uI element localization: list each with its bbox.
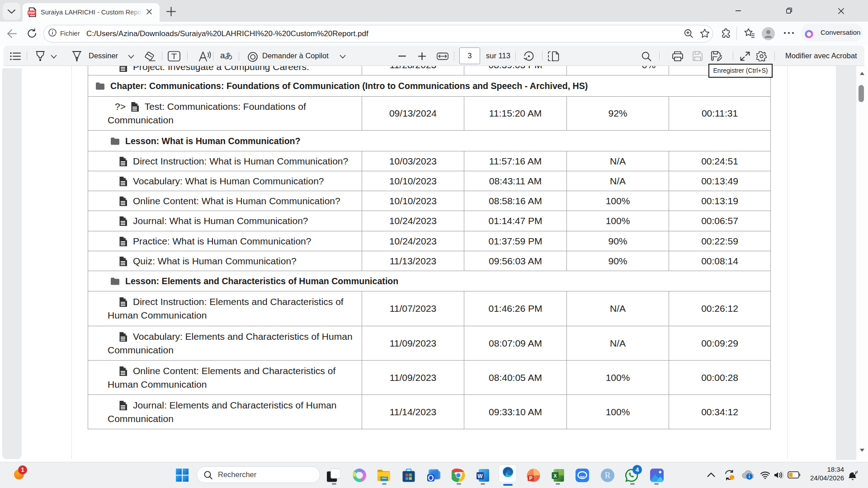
svg-text:P: P bbox=[529, 476, 533, 481]
svg-text:X: X bbox=[553, 473, 557, 479]
svg-text:W: W bbox=[477, 473, 483, 479]
svg-text:PDF: PDF bbox=[28, 11, 35, 15]
svg-text:z: z bbox=[856, 470, 858, 473]
